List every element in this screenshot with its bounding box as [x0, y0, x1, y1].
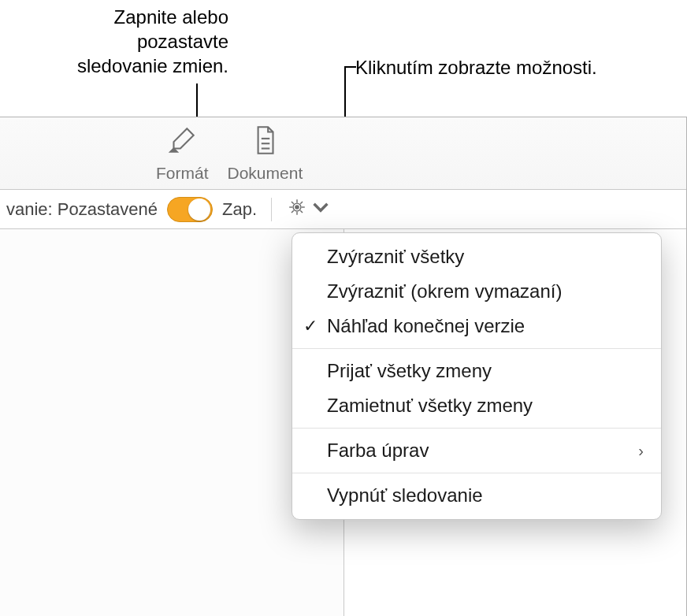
menu-item-label: Farba úprav	[327, 440, 429, 462]
menu-accept-all[interactable]: Prijať všetky zmeny	[292, 354, 661, 388]
svg-line-10	[300, 210, 303, 213]
document-icon	[248, 124, 281, 161]
toolbar: Formát Dokument	[0, 117, 686, 190]
callout-options-hint: Kliknutím zobrazte možnosti.	[355, 55, 678, 80]
menu-turn-off-tracking[interactable]: Vypnúť sledovanie	[292, 478, 661, 513]
tracking-options-menu: Zvýrazniť všetky Zvýrazniť (okrem vymaza…	[292, 232, 662, 520]
paintbrush-icon	[165, 124, 199, 161]
format-button[interactable]: Formát	[156, 124, 209, 183]
chevron-right-icon: ›	[638, 442, 644, 460]
toolbar-label: Formát	[156, 164, 209, 183]
svg-line-11	[300, 202, 303, 204]
menu-item-label: Vypnúť sledovanie	[327, 484, 483, 507]
tracking-status-label: vanie: Pozastavené	[6, 199, 158, 220]
callout-line: pozastavte	[0, 29, 228, 54]
callout-line: Zapnite alebo	[0, 5, 228, 29]
toolbar-label: Dokument	[228, 164, 303, 183]
menu-edit-color[interactable]: Farba úprav ›	[292, 433, 661, 468]
svg-line-9	[292, 202, 294, 204]
menu-item-label: Zvýrazniť všetky	[327, 246, 464, 268]
menu-separator	[292, 428, 661, 429]
menu-item-label: Prijať všetky zmeny	[327, 360, 492, 382]
menu-item-label: Zamietnuť všetky zmeny	[327, 395, 533, 417]
svg-line-12	[292, 210, 294, 213]
vertical-divider	[271, 198, 272, 221]
callout-leader-line	[344, 66, 356, 68]
svg-point-4	[295, 205, 299, 208]
menu-preview-final[interactable]: Náhľad konečnej verzie	[292, 309, 661, 343]
callout-toggle-hint: Zapnite alebo pozastavte sledovanie zmie…	[0, 5, 228, 79]
tracking-on-label: Zap.	[222, 199, 257, 220]
tracking-options-button[interactable]	[286, 196, 332, 223]
menu-highlight-all[interactable]: Zvýrazniť všetky	[292, 239, 661, 274]
chevron-down-icon	[310, 196, 332, 223]
menu-separator	[292, 473, 661, 473]
menu-highlight-except-deletions[interactable]: Zvýrazniť (okrem vymazaní)	[292, 274, 661, 309]
toggle-knob	[188, 199, 210, 221]
tracking-bar: vanie: Pozastavené Zap.	[0, 190, 686, 229]
menu-reject-all[interactable]: Zamietnuť všetky zmeny	[292, 388, 661, 423]
menu-separator	[292, 348, 661, 349]
tracking-toggle[interactable]	[167, 197, 213, 222]
document-button[interactable]: Dokument	[228, 124, 303, 183]
app-window: Formát Dokument vanie: Pozastavené Zap.	[0, 117, 687, 616]
gear-icon	[286, 196, 308, 223]
callout-line: sledovanie zmien.	[0, 54, 228, 78]
menu-item-label: Náhľad konečnej verzie	[327, 315, 525, 337]
menu-item-label: Zvýrazniť (okrem vymazaní)	[327, 280, 562, 302]
